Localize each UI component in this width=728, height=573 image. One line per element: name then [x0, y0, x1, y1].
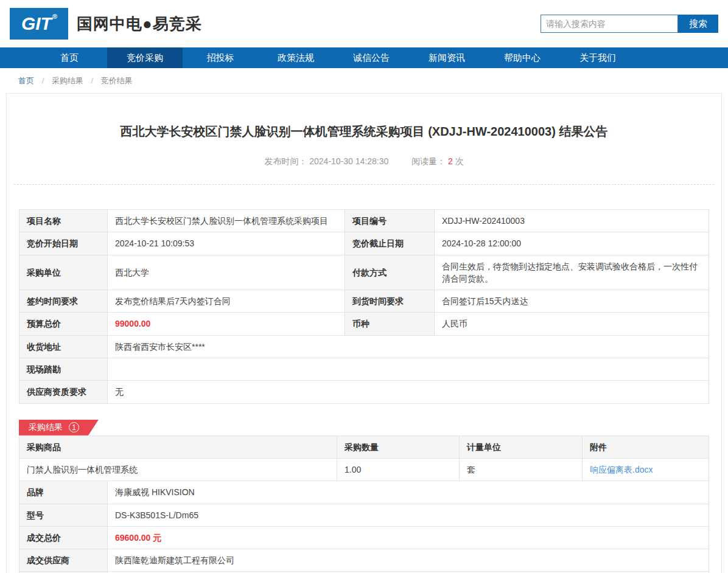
- delivery-time-label: 到货时间要求: [345, 290, 435, 313]
- page-title: 西北大学长安校区门禁人脸识别一体机管理系统采购项目 (XDJJ-HW-20241…: [31, 123, 697, 140]
- site-name: 国网中电●易竞采: [77, 13, 202, 35]
- result-count-badge: 1: [69, 422, 79, 432]
- currency-label: 币种: [345, 313, 435, 335]
- announcement-card: 西北大学长安校区门禁人脸识别一体机管理系统采购项目 (XDJJ-HW-20241…: [6, 93, 722, 573]
- project-name-label: 项目名称: [19, 210, 108, 232]
- table-row: 现场踏勘: [19, 358, 709, 381]
- quantity-value: 1.00: [337, 458, 460, 481]
- table-row: 签约时间要求 发布竞价结果后7天内签订合同 到货时间要求 合同签订后15天内送达: [19, 290, 709, 313]
- nav-item-integrity-notices[interactable]: 诚信公告: [334, 47, 409, 68]
- site-survey-value: [108, 358, 709, 381]
- attachment-column-header: 附件: [583, 436, 709, 458]
- model-value: DS-K3B501S-L/Dm65: [108, 504, 709, 526]
- budget-label: 预算总价: [19, 313, 108, 335]
- unit-column-header: 计量单位: [460, 436, 583, 458]
- delivery-time-value: 合同签订后15天内送达: [435, 290, 709, 313]
- project-code-value: XDJJ-HW-202410003: [435, 210, 709, 232]
- site-logo[interactable]: GIT®: [10, 8, 68, 40]
- breadcrumb: 首页 / 采购结果 / 竞价结果: [0, 68, 728, 93]
- address-label: 收货地址: [19, 335, 108, 358]
- logo-text: GIT: [21, 13, 52, 34]
- search-button[interactable]: 搜索: [678, 15, 718, 33]
- sign-time-label: 签约时间要求: [19, 290, 108, 313]
- search-bar: 搜索: [541, 15, 718, 33]
- nav-item-tenders[interactable]: 招投标: [183, 47, 258, 68]
- payment-label: 付款方式: [345, 255, 435, 290]
- bid-start-label: 竞价开始日期: [19, 232, 108, 255]
- supplier-label: 成交供应商: [19, 549, 108, 572]
- deal-price-label: 成交总价: [19, 526, 108, 549]
- breadcrumb-bid-results: 竞价结果: [101, 76, 133, 85]
- bid-deadline-label: 竞价截止日期: [345, 232, 435, 255]
- table-row: 预算总价 99000.00 币种 人民币: [19, 313, 709, 335]
- attachment-link[interactable]: 响应偏离表.docx: [590, 465, 653, 474]
- table-row: 竞价开始日期 2024-10-21 10:09:53 竞价截止日期 2024-1…: [19, 232, 709, 255]
- attachment-cell: 响应偏离表.docx: [583, 458, 709, 481]
- nav-item-policies[interactable]: 政策法规: [258, 47, 334, 68]
- qualification-label: 供应商资质要求: [19, 381, 108, 403]
- budget-value: 99000.00: [108, 313, 345, 335]
- buyer-value: 西北大学: [108, 255, 345, 290]
- nav-item-bidding-purchase[interactable]: 竞价采购: [107, 47, 183, 68]
- views-unit: 次: [455, 156, 464, 166]
- qualification-value: 无: [108, 381, 709, 403]
- purchase-result-table: 采购商品 采购数量 计量单位 附件 门禁人脸识别一体机管理系统 1.00 套 响…: [19, 436, 709, 573]
- main-nav: 首页 竞价采购 招投标 政策法规 诚信公告 新闻资讯 帮助中心 关于我们: [0, 47, 728, 68]
- purchase-result-ribbon: 采购结果 1: [19, 420, 99, 436]
- breadcrumb-separator: /: [42, 76, 44, 85]
- project-name-value: 西北大学长安校区门禁人脸识别一体机管理系统采购项目: [108, 210, 345, 232]
- table-row: 采购单位 西北大学 付款方式 合同生效后，待货物到达指定地点、安装调试验收合格后…: [19, 255, 709, 290]
- table-row: 收货地址 陕西省西安市长安区****: [19, 335, 709, 358]
- table-row: 项目名称 西北大学长安校区门禁人脸识别一体机管理系统采购项目 项目编号 XDJJ…: [19, 210, 709, 232]
- nav-item-home[interactable]: 首页: [32, 47, 107, 68]
- views-label: 阅读量：: [411, 156, 446, 166]
- publish-time-value: 2024-10-30 14:28:30: [309, 156, 388, 166]
- table-header-row: 采购商品 采购数量 计量单位 附件: [19, 436, 709, 458]
- table-row: 成交总价 69600.00 元: [19, 526, 709, 549]
- model-label: 型号: [19, 504, 108, 526]
- buyer-label: 采购单位: [19, 255, 108, 290]
- supplier-value: 陕西隆乾迪斯建筑工程有限公司: [108, 549, 709, 572]
- payment-value: 合同生效后，待货物到达指定地点、安装调试验收合格后，一次性付清合同货款。: [435, 255, 709, 290]
- table-row: 成交供应商 陕西隆乾迪斯建筑工程有限公司: [19, 549, 709, 572]
- site-survey-label: 现场踏勘: [19, 358, 108, 381]
- search-input[interactable]: [541, 15, 678, 33]
- unit-value: 套: [460, 458, 583, 481]
- quantity-column-header: 采购数量: [337, 436, 460, 458]
- project-code-label: 项目编号: [345, 210, 435, 232]
- registered-mark-icon: ®: [52, 13, 57, 20]
- brand-value: 海康威视 HIKVISION: [108, 481, 709, 504]
- product-value: 门禁人脸识别一体机管理系统: [19, 458, 337, 481]
- project-info-table: 项目名称 西北大学长安校区门禁人脸识别一体机管理系统采购项目 项目编号 XDJJ…: [19, 209, 709, 404]
- breadcrumb-home[interactable]: 首页: [18, 76, 34, 85]
- currency-value: 人民币: [435, 313, 709, 335]
- table-row: 门禁人脸识别一体机管理系统 1.00 套 响应偏离表.docx: [19, 458, 709, 481]
- site-header: GIT® 国网中电●易竞采 搜索: [0, 0, 728, 47]
- address-value: 陕西省西安市长安区****: [108, 335, 709, 358]
- nav-item-help-center[interactable]: 帮助中心: [485, 47, 560, 68]
- table-row: 供应商资质要求 无: [19, 381, 709, 403]
- publish-time-label: 发布时间：: [264, 156, 307, 166]
- nav-item-news[interactable]: 新闻资讯: [409, 47, 485, 68]
- views-count: 2: [448, 156, 453, 166]
- sign-time-value: 发布竞价结果后7天内签订合同: [108, 290, 345, 313]
- breadcrumb-purchase-results[interactable]: 采购结果: [52, 76, 83, 85]
- nav-item-about-us[interactable]: 关于我们: [560, 47, 635, 68]
- bid-deadline-value: 2024-10-28 12:00:00: [435, 232, 709, 255]
- purchase-result-label: 采购结果: [29, 422, 63, 433]
- deal-price-value: 69600.00 元: [108, 526, 709, 549]
- table-row: 品牌 海康威视 HIKVISION: [19, 481, 709, 504]
- table-row: 型号 DS-K3B501S-L/Dm65: [19, 504, 709, 526]
- brand-label: 品牌: [19, 481, 108, 504]
- breadcrumb-separator: /: [91, 76, 94, 85]
- product-column-header: 采购商品: [19, 436, 337, 458]
- publish-meta: 发布时间： 2024-10-30 14:28:30 阅读量： 2 次: [14, 140, 714, 185]
- bid-start-value: 2024-10-21 10:09:53: [108, 232, 345, 255]
